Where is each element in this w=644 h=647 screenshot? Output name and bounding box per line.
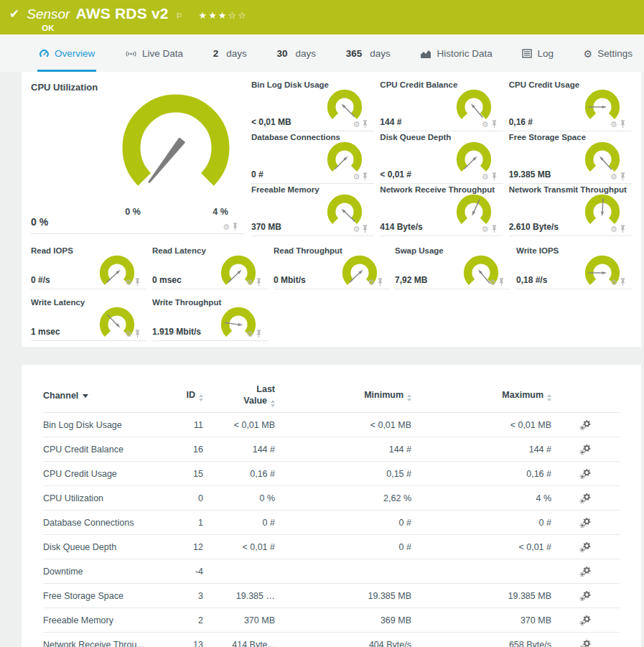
- pin-icon[interactable]: [232, 223, 238, 231]
- gauge-settings-icon[interactable]: ⚙: [353, 225, 360, 233]
- col-header-id[interactable]: ID: [169, 390, 203, 401]
- channel-id: 16: [169, 444, 203, 455]
- gauge-settings-icon[interactable]: ⚙: [125, 330, 132, 338]
- channel-maximum: < 0,01 #: [411, 542, 551, 552]
- sensor-title: AWS RDS v2: [75, 5, 168, 22]
- gauge-settings-icon[interactable]: ⚙: [482, 225, 489, 233]
- pin-icon[interactable]: [491, 120, 498, 129]
- small-gauges-grid-bottom: Read IOPS 0 #/s ⚙ Read Latency 0 msec ⚙ …: [31, 245, 632, 341]
- gauge-tile-cpu-utilization: CPU Utilization 0 % 4 % 0 % ⚙: [31, 79, 244, 234]
- pin-icon[interactable]: [498, 278, 505, 287]
- gauge-settings-icon[interactable]: ⚙: [223, 223, 230, 231]
- pin-icon[interactable]: [620, 278, 626, 287]
- gauge-settings-icon[interactable]: ⚙: [125, 279, 132, 287]
- pin-icon[interactable]: [256, 278, 262, 287]
- channel-settings-icon[interactable]: [579, 493, 592, 504]
- gauge-settings-icon[interactable]: ⚙: [482, 121, 489, 129]
- col-header-last-value[interactable]: Last Value: [203, 384, 275, 407]
- cpu-utilization-gauge: [31, 90, 244, 219]
- tab-log[interactable]: Log: [521, 34, 555, 72]
- tab-live-data[interactable]: Live Data: [123, 34, 185, 72]
- gauge-settings-icon[interactable]: ⚙: [610, 173, 617, 181]
- pin-icon[interactable]: [491, 225, 498, 233]
- channel-settings-icon[interactable]: [579, 468, 592, 480]
- col-header-channel[interactable]: Channel: [43, 391, 169, 401]
- tab-365-days[interactable]: 365 days: [345, 34, 392, 72]
- tab-30-days[interactable]: 30 days: [275, 34, 317, 72]
- channel-settings-icon[interactable]: [579, 419, 592, 431]
- channel-settings-icon[interactable]: [579, 615, 592, 626]
- channel-id: 11: [169, 420, 203, 430]
- tab-settings[interactable]: ⚙ Settings: [582, 34, 634, 72]
- channel-settings-icon[interactable]: [579, 566, 592, 577]
- channel-maximum: 370 MB: [411, 615, 551, 625]
- channel-settings-icon[interactable]: [579, 444, 592, 455]
- gauge-settings-icon[interactable]: ⚙: [482, 173, 489, 181]
- pin-icon[interactable]: [491, 172, 498, 181]
- overview-panel: CPU Utilization 0 % 4 % 0 % ⚙ Bin Log Di…: [22, 72, 641, 347]
- channel-maximum: 658 Byte/s: [411, 640, 551, 647]
- gauge-settings-icon[interactable]: ⚙: [610, 279, 617, 287]
- gauge-tile: CPU Credit Usage 0,16 # ⚙: [509, 79, 632, 131]
- tab-bar: Overview Live Data 2 days 30 days 365 da…: [0, 34, 644, 72]
- flag-icon: ⚐: [176, 11, 183, 21]
- ok-check-icon: ✔: [9, 6, 19, 22]
- gauge-value: 0 Mbit/s: [274, 275, 306, 285]
- gauge-value: 19.385 MB: [509, 169, 551, 180]
- pin-icon[interactable]: [362, 225, 368, 233]
- gauge-settings-icon[interactable]: ⚙: [368, 279, 375, 287]
- sensor-status-badge: OK: [42, 24, 248, 32]
- table-row: Database Connections 1 0 # 0 # 0 #: [43, 510, 620, 534]
- tab-2-days[interactable]: 2 days: [212, 34, 248, 72]
- tab-historic-data[interactable]: Historic Data: [419, 34, 493, 72]
- channel-minimum: < 0,01 MB: [275, 420, 411, 430]
- channel-gauge: [219, 253, 258, 294]
- tab-overview[interactable]: Overview: [37, 34, 96, 72]
- pin-icon[interactable]: [362, 172, 368, 181]
- pin-icon[interactable]: [377, 278, 383, 287]
- channel-table-panel: Channel ID Last Value Minimum Maximum Bi…: [22, 365, 641, 647]
- channel-minimum: 0 #: [275, 518, 411, 528]
- gauge-value: 0 msec: [152, 275, 182, 285]
- gauge-tile: Free Storage Space 19.385 MB ⚙: [509, 131, 632, 184]
- log-icon: [522, 49, 532, 58]
- gauge-tile: Network Receive Throughput 414 Byte/s ⚙: [380, 184, 503, 236]
- pin-icon[interactable]: [256, 330, 262, 338]
- gauge-value: 1 msec: [31, 327, 60, 337]
- gauge-settings-icon[interactable]: ⚙: [353, 173, 360, 181]
- gauge-settings-icon[interactable]: ⚙: [246, 279, 253, 287]
- table-row: CPU Credit Balance 16 144 # 144 # 144 #: [43, 437, 620, 461]
- channel-name: Free Storage Space: [43, 591, 169, 601]
- gauge-settings-icon[interactable]: ⚙: [353, 121, 360, 129]
- channel-minimum: 404 Byte/s: [275, 640, 411, 647]
- gauge-settings-icon[interactable]: ⚙: [489, 279, 496, 287]
- gauge-value: 0,16 #: [509, 117, 533, 127]
- channel-settings-icon[interactable]: [579, 541, 592, 553]
- pin-icon[interactable]: [620, 172, 626, 181]
- pin-icon[interactable]: [134, 278, 141, 287]
- pin-icon[interactable]: [620, 120, 626, 129]
- gauge-settings-icon[interactable]: ⚙: [610, 225, 617, 233]
- gauge-tile: Read Throughput 0 Mbit/s ⚙: [274, 245, 389, 289]
- gauge-settings-icon[interactable]: ⚙: [610, 121, 617, 129]
- channel-maximum: 19.385 MB: [411, 591, 551, 601]
- small-gauges-grid: Bin Log Disk Usage < 0,01 MB ⚙ CPU Credi…: [251, 79, 632, 236]
- pin-icon[interactable]: [362, 120, 368, 129]
- pin-icon[interactable]: [134, 330, 141, 338]
- channel-table-body: Bin Log Disk Usage 11 < 0,01 MB < 0,01 M…: [43, 412, 620, 647]
- gauge-tile: Database Connections 0 # ⚙: [251, 131, 374, 184]
- channel-name: Network Receive Throu...: [43, 640, 169, 647]
- channel-settings-icon[interactable]: [579, 590, 592, 602]
- channel-settings-icon[interactable]: [579, 517, 592, 529]
- gauge-value: 0,18 #/s: [516, 275, 547, 285]
- channel-name: Disk Queue Depth: [43, 542, 169, 552]
- channel-settings-icon[interactable]: [579, 639, 592, 647]
- priority-stars[interactable]: ★★★☆☆: [199, 10, 248, 21]
- col-header-maximum[interactable]: Maximum: [411, 390, 551, 401]
- pin-icon[interactable]: [620, 225, 626, 233]
- channel-last-value: < 0,01 #: [203, 542, 275, 552]
- gauge-value: 2.610 Byte/s: [509, 222, 559, 232]
- gauge-settings-icon[interactable]: ⚙: [246, 330, 253, 338]
- channel-minimum: 0,15 #: [275, 469, 411, 479]
- col-header-minimum[interactable]: Minimum: [275, 390, 411, 401]
